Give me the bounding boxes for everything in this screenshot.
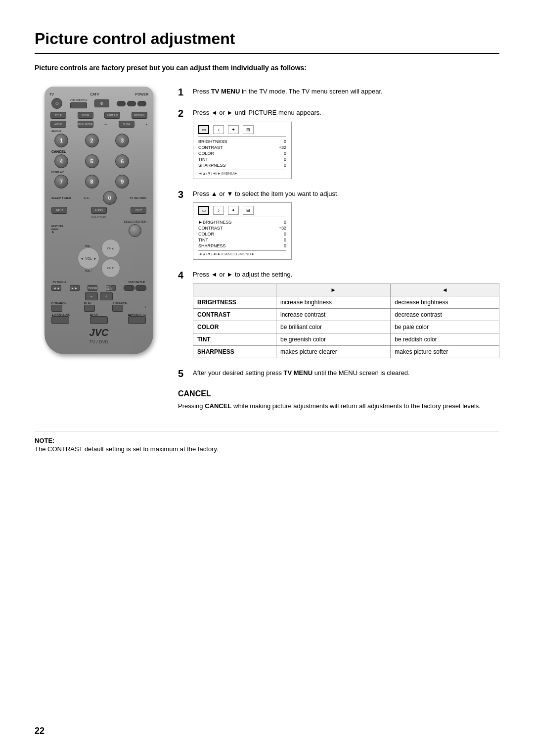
cancel-4-row: CANCEL: [49, 150, 148, 153]
return-button[interactable]: RETURN: [132, 112, 147, 119]
color-val-1: 0: [284, 151, 286, 156]
num-8-button[interactable]: 8: [85, 175, 99, 189]
num-7-button[interactable]: 7: [54, 175, 68, 189]
vol-plus-label: VOL +: [85, 269, 92, 272]
title-button[interactable]: TITLE: [50, 112, 66, 119]
num-6-button[interactable]: 6: [115, 154, 129, 168]
display-row-label: DISPLAY: [49, 171, 148, 174]
menu-row-brightness-2: ►BRIGHTNESS 0: [198, 219, 286, 225]
oval-btn-2[interactable]: [127, 101, 136, 106]
num-9-button[interactable]: 9: [115, 175, 129, 189]
tv-dvd-button[interactable]: TV/DVD: [88, 285, 97, 291]
tv-menu-label: TV MENU: [52, 281, 66, 284]
step-5-content: After your desired setting press TV MENU…: [193, 368, 499, 379]
prev-button[interactable]: ◄◄: [51, 285, 61, 291]
pause-button[interactable]: [128, 316, 146, 324]
num-4-button[interactable]: 4: [54, 154, 68, 168]
playmode-button[interactable]: PLAY MODE: [78, 121, 93, 128]
dvd-menu-button[interactable]: DVD MENU: [106, 285, 116, 291]
input-button[interactable]: INPUT: [51, 207, 67, 214]
power-button[interactable]: ⏻: [94, 99, 109, 107]
light-button[interactable]: LIGHT: [131, 207, 146, 214]
sharpness-left-action: makes picture softer: [391, 345, 499, 358]
audio2-button[interactable]: AUDIO: [91, 207, 107, 214]
stop-button[interactable]: [90, 316, 108, 324]
audio-button[interactable]: AUDIO: [50, 121, 66, 128]
num-3-button[interactable]: 3: [115, 134, 129, 147]
oval-btn-1[interactable]: [117, 101, 126, 106]
menu-icon-special: ✦: [228, 125, 239, 134]
slow-button[interactable]: SLOW: [119, 121, 134, 128]
tv-menu-dvd-setup-row: TV MENU DVD SETUP: [49, 281, 148, 284]
brightness-label-1: BRIGHTNESS: [198, 139, 227, 144]
menu-screen-2: ▭ ♪ ✦ ⊞ ►BRIGHTNESS 0 CONTRAST +32: [193, 202, 292, 260]
tv-catv-button[interactable]: ①: [51, 98, 62, 109]
bsearch-button[interactable]: [51, 305, 62, 312]
transport-row: ◄◄ ►► TV/DVD DVD MENU: [49, 285, 148, 291]
repeatab-button[interactable]: REPT A-B: [104, 112, 120, 119]
next-button[interactable]: ►►: [70, 285, 80, 291]
page-number: 22: [35, 726, 44, 736]
menu-row-contrast-1: CONTRAST +32: [198, 144, 286, 150]
num-0-button[interactable]: 0: [103, 191, 117, 205]
menu-row-tint-1: TINT 0: [198, 156, 286, 162]
step-4-number: 4: [178, 270, 188, 358]
ch-up-button[interactable]: CH▲: [101, 239, 120, 258]
tint-right-action: be greenish color: [276, 333, 391, 345]
contrast-setting-label: CONTRAST: [193, 308, 276, 321]
step-1-content: Press TV MENU in the TV mode. The TV men…: [193, 87, 499, 98]
cancel-heading: CANCEL: [178, 389, 499, 398]
fsearch-button[interactable]: [112, 305, 123, 312]
ch-group: CH▲ CH▼: [101, 239, 120, 278]
sharpness-val-1: 0: [284, 163, 286, 168]
select-enter-button[interactable]: [129, 224, 141, 237]
dots-btn2[interactable]: [135, 285, 146, 291]
menu-nav-1: ◄▲/▼/◄/►/MENU►: [198, 170, 286, 176]
step-1-text: Press TV MENU in the TV mode. The TV men…: [193, 87, 499, 96]
dvd-label: DVD SUBTITLE: [70, 98, 88, 101]
menu-nav-2: ◄▲/▼/◄/►/CANCEL/MENU►: [198, 250, 286, 256]
table-row: SHARPNESS makes picture clearer makes pi…: [193, 345, 499, 358]
num-1-button[interactable]: 1: [54, 134, 68, 147]
select-enter-label: SELECT/ENTER: [124, 220, 146, 223]
step-4-content: Press ◄ or ► to adjust the setting. ► ◄: [193, 270, 499, 358]
step-3-content: Press ▲ or ▼ to select the item you want…: [193, 189, 499, 260]
catv-label: CATV: [90, 93, 99, 96]
minus-plus-row: − +: [49, 292, 148, 300]
steps-column: 1 Press TV MENU in the TV mode. The TV m…: [178, 87, 499, 411]
zoom-button[interactable]: ZOOM: [78, 112, 93, 119]
ch-down-button[interactable]: CH▼: [101, 259, 120, 278]
menu-icons-row-1: ▭ ♪ ✦ ⊞: [198, 125, 286, 137]
menu-row-color-2: COLOR 0: [198, 231, 286, 237]
plus-button[interactable]: +: [100, 292, 113, 300]
content-area: TV CATV POWER ① DVD SUBTITLE ⏻: [35, 87, 499, 411]
plus-indicator: +: [144, 305, 146, 308]
oval-btn-3[interactable]: [137, 101, 146, 106]
num-grid-bot: 7 8 9: [49, 175, 148, 189]
vol-button[interactable]: ◄ VOL ►: [78, 247, 99, 269]
menu-icon-setup-2: ⊞: [243, 206, 254, 215]
menu-row-sharpness-1: SHARPNESS 0: [198, 162, 286, 168]
table-header-left: ◄: [391, 284, 499, 296]
brightness-left-action: decrease brightness: [391, 296, 499, 308]
left-arrow-icon: ◄: [80, 257, 84, 260]
menu-row-contrast-2: CONTRAST +32: [198, 225, 286, 231]
vol-center-label: VOL: [85, 257, 92, 260]
color-right-action: be brilliant color: [276, 321, 391, 333]
tint-val-1: 0: [284, 157, 286, 162]
open-close-button[interactable]: [51, 316, 69, 324]
contrast-left-action: decrease contrast: [391, 308, 499, 321]
dvd-control-button[interactable]: [70, 102, 87, 108]
note-label: NOTE:: [35, 437, 54, 444]
color-label-2: COLOR: [198, 232, 214, 236]
num-2-button[interactable]: 2: [85, 134, 99, 147]
cancel-text: Pressing CANCEL while making picture adj…: [178, 401, 499, 412]
minus-button[interactable]: −: [85, 292, 98, 300]
subtitle: Picture controls are factory preset but …: [35, 64, 499, 72]
oval-buttons: [117, 101, 146, 106]
play-button[interactable]: [84, 305, 95, 312]
contrast-label-2: CONTRAST: [198, 226, 223, 231]
dots-btn[interactable]: [124, 285, 134, 291]
num-5-button[interactable]: 5: [85, 154, 99, 168]
table-row: CONTRAST increase contrast decrease cont…: [193, 308, 499, 321]
